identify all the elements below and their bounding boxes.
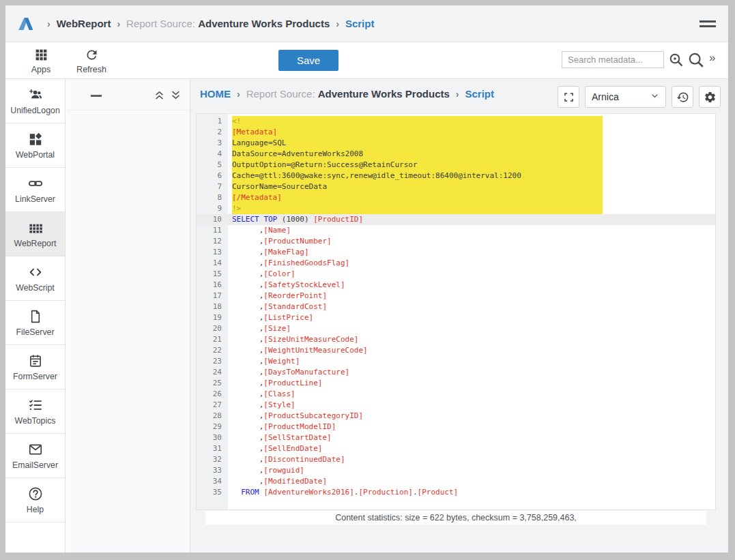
code-line[interactable]: ,[SellEndDate] [228, 443, 715, 454]
line-number: 8 [197, 192, 228, 203]
code-line[interactable]: ,[ReorderPoint] [228, 291, 715, 301]
line-number: 5 [197, 160, 228, 171]
collapse-all-icon[interactable] [154, 89, 165, 101]
apps-button[interactable]: Apps [22, 48, 60, 74]
code-line[interactable]: CursorName=SourceData [228, 181, 715, 192]
breadcrumb-item[interactable]: HOME [200, 88, 231, 100]
code-line[interactable]: ,[DiscontinuedDate] [228, 454, 715, 465]
breadcrumb-item[interactable]: Script [345, 18, 375, 29]
code-editor[interactable]: 1234567891011121314151617181920212223242… [196, 113, 716, 510]
line-number: 24 [197, 367, 228, 378]
settings-button[interactable] [699, 86, 721, 108]
expand-all-icon[interactable] [170, 89, 182, 101]
sidebar-item-help[interactable]: Help [5, 478, 65, 522]
code-line[interactable]: ,[rowguid] [228, 465, 715, 476]
line-number: 19 [197, 312, 228, 323]
code-line[interactable]: ,[ProductModelID] [228, 422, 715, 432]
breadcrumb-separator: › [336, 18, 339, 29]
code-line[interactable]: OutputOption=@Return:Success@RetainCurso… [228, 160, 715, 171]
breadcrumb-separator: › [117, 18, 120, 29]
code-line[interactable]: DataSource=AdventureWorks2008 [228, 149, 715, 160]
sidebar-item-emailserver[interactable]: EmailServer [5, 434, 65, 478]
envelope-icon [28, 442, 43, 457]
sidebar-item-webscript[interactable]: WebScript [5, 256, 65, 301]
sidebar-item-label: WebTopics [15, 416, 56, 426]
code-line[interactable]: ,[Color] [228, 269, 715, 280]
code-line[interactable]: ,[Style] [228, 400, 715, 411]
metadata-highlight: <! [232, 116, 603, 127]
search-input[interactable] [562, 51, 664, 68]
sidebar-item-webreport[interactable]: WebReport [5, 212, 65, 256]
line-number: 22 [197, 345, 228, 356]
code-line[interactable]: ,[SafetyStockLevel] [228, 280, 715, 291]
refresh-button[interactable]: Refresh [70, 48, 113, 74]
breadcrumb: ›WebReport›Report Source: Adventure Work… [41, 18, 374, 29]
code-line[interactable]: ,[ModifiedDate] [228, 476, 715, 487]
code-line[interactable]: ,[SellStartDate] [228, 432, 715, 443]
save-button[interactable]: Save [278, 50, 338, 71]
code-line[interactable]: ,[ProductLine] [228, 378, 715, 389]
history-button[interactable] [672, 86, 693, 108]
code-line[interactable]: ,[Weight] [228, 356, 715, 367]
toolbar-overflow-button[interactable]: » [709, 51, 715, 65]
code-line[interactable]: ,[FinishedGoodsFlag] [228, 258, 715, 269]
code-line[interactable]: ,[StandardCost] [228, 301, 715, 312]
sidebar-item-webtopics[interactable]: WebTopics [5, 389, 65, 434]
report-version-select[interactable]: Arnica [585, 86, 666, 108]
code-line[interactable]: ,[DaysToManufacture] [228, 367, 715, 378]
line-number: 30 [197, 432, 228, 443]
metadata-highlight: DataSource=AdventureWorks2008 [232, 149, 603, 160]
sidebar-item-unifiedlogon[interactable]: UnifiedLogon [5, 79, 65, 123]
line-number: 1 [197, 116, 228, 127]
code-line[interactable]: ,[SizeUnitMeasureCode] [228, 334, 715, 345]
code-line[interactable]: ,[Size] [228, 323, 715, 334]
breadcrumb-item[interactable]: Report Source: Adventure Works Products [246, 88, 450, 100]
code-line[interactable]: !> [228, 203, 715, 214]
code-line[interactable]: ,[Class] [228, 389, 715, 400]
code-line[interactable]: FROM [AdventureWorks2016].[Production].[… [228, 487, 715, 498]
minimize-icon[interactable] [91, 95, 102, 97]
refresh-label: Refresh [70, 65, 113, 74]
code-line[interactable]: Cache=@ttl:3600@wake:sync,renew@idle_tim… [228, 171, 715, 181]
breadcrumb-item[interactable]: WebReport [57, 18, 111, 29]
sidebar-item-label: WebPortal [16, 150, 55, 160]
search-metadata-icon[interactable] [668, 52, 684, 68]
sidebar-item-formserver[interactable]: FormServer [5, 345, 65, 389]
metadata-highlight: OutputOption=@Return:Success@RetainCurso… [232, 160, 603, 171]
code-line[interactable]: [/Metadata] [228, 192, 715, 203]
brand-a-logo[interactable] [16, 16, 34, 31]
sidebar-item-webportal[interactable]: WebPortal [5, 123, 65, 168]
report-grid-icon [28, 220, 43, 235]
portal-squares-icon [28, 132, 43, 147]
code-brackets-icon [28, 265, 43, 280]
code-line[interactable]: <! [228, 116, 715, 127]
sidebar: UnifiedLogonWebPortalLinkServerWebReport… [5, 79, 66, 552]
line-number: 23 [197, 356, 228, 367]
code-line[interactable]: [Metadata] [228, 127, 715, 138]
code-line[interactable]: ,[ListPrice] [228, 312, 715, 323]
sidebar-item-linkserver[interactable]: LinkServer [5, 168, 65, 212]
code-line[interactable]: ,[ProductNumber] [228, 236, 715, 247]
top-breadcrumb-bar: ›WebReport›Report Source: Adventure Work… [5, 5, 728, 42]
sidebar-item-fileserver[interactable]: FileServer [5, 301, 65, 345]
breadcrumb-item[interactable]: Report Source: Adventure Works Products [126, 18, 330, 29]
code-area[interactable]: <![Metadata]Language=SQLDataSource=Adven… [228, 114, 715, 510]
line-number: 9 [197, 203, 228, 214]
metadata-highlight: [/Metadata] [232, 192, 603, 203]
line-number: 4 [197, 149, 228, 160]
code-line[interactable]: ,[Name] [228, 225, 715, 236]
hamburger-menu-icon[interactable] [700, 18, 716, 30]
line-number: 27 [197, 400, 228, 411]
line-numbers: 1234567891011121314151617181920212223242… [197, 114, 228, 510]
link-icon [28, 176, 43, 191]
line-number: 7 [197, 181, 228, 192]
breadcrumb-item[interactable]: Script [465, 88, 495, 100]
code-line[interactable]: ,[ProductSubcategoryID] [228, 411, 715, 422]
code-line[interactable]: Language=SQL [228, 138, 715, 149]
fullscreen-button[interactable] [558, 86, 579, 108]
code-line[interactable]: ,[MakeFlag] [228, 247, 715, 258]
code-line[interactable]: ,[WeightUnitMeasureCode] [228, 345, 715, 356]
line-number: 15 [197, 269, 228, 280]
search-icon[interactable] [687, 51, 705, 69]
code-line[interactable]: SELECT TOP (1000) [ProductID] [228, 214, 715, 225]
